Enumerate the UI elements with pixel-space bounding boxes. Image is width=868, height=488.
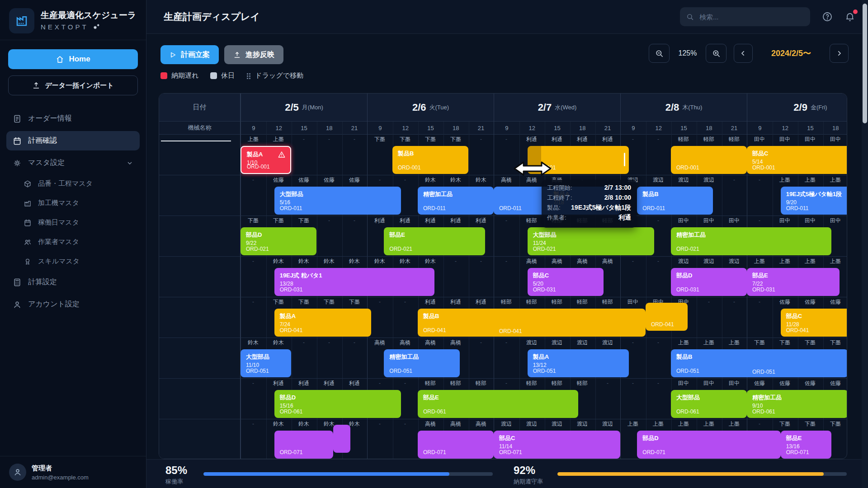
- gantt-bar-ORD-071[interactable]: ORD-071: [418, 431, 494, 459]
- account-footer[interactable]: 管理者 admin@example.com: [0, 456, 146, 488]
- machine-name-cell[interactable]: [159, 257, 240, 297]
- progress-reflect-button[interactable]: 進捗反映: [224, 45, 283, 64]
- gantt-bar-ORD-001[interactable]: 部品C5/14ORD-001: [747, 146, 847, 174]
- gantt-bar-ORD-031[interactable]: 部品E7/22ORD-031: [747, 268, 840, 296]
- gantt-bar-ORD-031[interactable]: 19EJ式 粒バタ113/28ORD-031: [274, 268, 435, 296]
- gantt-bar-ORD-041[interactable]: ORD-041: [646, 303, 688, 331]
- machine-name-cell[interactable]: [159, 419, 240, 459]
- machine-name-cell[interactable]: [159, 297, 240, 338]
- home-button[interactable]: Home: [8, 49, 138, 69]
- scrollbar-thumb[interactable]: [863, 4, 867, 123]
- sidebar-item-作業者マスタ[interactable]: 作業者マスタ: [18, 234, 140, 250]
- gantt-bar-ORD-011[interactable]: 19EJ式5極バタ軸1段9/20ORD-011: [781, 187, 847, 215]
- worker-slot: -: [620, 338, 646, 348]
- sidebar-item-加工機マスタ[interactable]: 加工機マスタ: [18, 195, 140, 211]
- gantt-bar-ORD-001[interactable]: 製品A1/10ORD-001: [241, 146, 291, 174]
- worker-slot: 田中: [722, 379, 747, 389]
- machine-name-cell[interactable]: [159, 135, 240, 175]
- sidebar-item-稼働日マスタ[interactable]: 稼働日マスタ: [18, 214, 140, 231]
- notifications-button[interactable]: [844, 11, 855, 22]
- gantt-bar-ORD-031[interactable]: 部品C5/20ORD-031: [528, 268, 604, 296]
- worker-slot: -: [241, 175, 266, 185]
- gantt-bar-ORD-011[interactable]: 大型部品5/16ORD-011: [274, 187, 401, 215]
- worker-slot: 軽部: [418, 379, 443, 389]
- help-button[interactable]: [822, 11, 833, 22]
- tooltip-label: 作業者:: [547, 214, 566, 222]
- gantt-bar-ORD-071[interactable]: 部品E13/16ORD-071: [781, 431, 831, 459]
- gantt-bar-ORD-061[interactable]: 精密加工品9/10ORD-061: [747, 390, 847, 418]
- bar-product: 部品D: [676, 272, 741, 280]
- bar-order-id: ORD-011: [423, 205, 446, 211]
- gantt-bar-ORD-001[interactable]: ORD-001: [671, 146, 747, 174]
- worker-slot: 利通: [418, 216, 443, 226]
- gantt-bar-ORD-021[interactable]: 精密加工品ORD-021: [671, 227, 831, 255]
- utilization-progress: [203, 472, 493, 476]
- gantt-bar-ORD-041[interactable]: 製品A7/24ORD-041: [274, 309, 372, 337]
- sidebar-item-アカウント設定[interactable]: アカウント設定: [6, 295, 140, 314]
- machine-name-cell[interactable]: [159, 338, 240, 379]
- sidebar-item-マスタ設定[interactable]: マスタ設定: [6, 153, 140, 173]
- machine-name-cell[interactable]: [159, 216, 240, 257]
- gantt-bar-ORD-011[interactable]: 製品BORD-011: [637, 187, 713, 215]
- bar-resize-handle[interactable]: [624, 153, 625, 166]
- gantt-bar-ORD-051[interactable]: 精密加工品ORD-051: [384, 349, 460, 377]
- sidebar-item-計算設定[interactable]: 計算設定: [6, 272, 140, 292]
- tooltip-value: 2/8 10:00: [604, 194, 631, 201]
- worker-slot: 鈴木: [266, 257, 291, 267]
- machine-name-cell[interactable]: [159, 379, 240, 419]
- gantt-bar-ORD-041[interactable]: 製品BORD-041: [418, 309, 646, 337]
- gantt-bar-ORD-031[interactable]: 部品DORD-031: [671, 268, 747, 296]
- gantt-bar-ORD-021[interactable]: 大型部品11/24ORD-021: [528, 227, 654, 255]
- hour-ticks: 912151821: [368, 122, 494, 135]
- bar-order-id: ORD-021: [533, 246, 556, 252]
- gantt-bar-ORD-041[interactable]: 部品C11/28ORD-041: [781, 309, 847, 337]
- worker-slot: -: [342, 135, 367, 145]
- gantt-bar-ORD-021[interactable]: 部品D9/22ORD-021: [241, 227, 316, 255]
- gantt-bar-ORD-061[interactable]: 部品EORD-061: [418, 390, 578, 418]
- worker-slot: 渡辺: [519, 338, 544, 348]
- bar-product: 精密加工品: [752, 394, 843, 402]
- sidebar-item-オーダー情報[interactable]: オーダー情報: [6, 109, 140, 128]
- vertical-scrollbar[interactable]: [862, 0, 868, 488]
- bar-order-id: ORD-061: [423, 408, 446, 415]
- bar-progress-fraction: 11/10: [246, 362, 286, 368]
- bar-progress-fraction: 5/14: [752, 159, 847, 165]
- gantt-bar-ORD-071[interactable]: ORD-071: [274, 431, 334, 459]
- search-input[interactable]: [698, 13, 804, 21]
- gantt-bar-ORD-051[interactable]: 製品A13/12ORD-051: [528, 349, 629, 377]
- worker-slot: 下墨: [823, 338, 847, 348]
- gantt-bar-ORD-061[interactable]: 大型部品ORD-061: [671, 390, 747, 418]
- worker-slot: -: [722, 297, 747, 307]
- gantt-bar[interactable]: [333, 425, 350, 453]
- gantt-bar-ORD-011[interactable]: 精密加工品ORD-011: [418, 187, 494, 215]
- gantt-bar-ORD-051[interactable]: 大型部品11/10ORD-051: [241, 349, 291, 377]
- gantt-bar-ORD-001[interactable]: 製品BORD-001: [392, 146, 468, 174]
- gantt-bar-ORD-061[interactable]: 部品D15/16ORD-061: [274, 390, 401, 418]
- zoom-in-button[interactable]: [706, 44, 726, 63]
- bar-product: 部品D: [642, 434, 775, 442]
- worker-slot: -: [494, 216, 519, 226]
- machine-name-cell[interactable]: [159, 175, 240, 216]
- gantt-bar-ORD-071[interactable]: 部品C11/14ORD-071: [494, 431, 620, 459]
- gantt-bar-ORD-021[interactable]: 部品EORD-021: [384, 227, 485, 255]
- worker-slot: -: [494, 135, 519, 145]
- bar-progress-fraction: 7/22: [752, 281, 834, 287]
- bar-product: 製品A: [280, 312, 366, 320]
- plan-create-button[interactable]: 計画立案: [160, 45, 219, 64]
- search-box[interactable]: [680, 7, 810, 26]
- bar-product: 精密加工品: [389, 353, 454, 361]
- gantt-bar-ORD-071[interactable]: 部品DORD-071: [637, 431, 780, 459]
- worker-slot: -: [291, 338, 316, 348]
- warning-icon: [278, 150, 286, 159]
- sidebar-item-計画確認[interactable]: 計画確認: [6, 131, 140, 150]
- next-week-button[interactable]: [830, 44, 849, 63]
- worker-slot: 渡辺: [544, 419, 570, 429]
- zoom-out-button[interactable]: [649, 44, 670, 63]
- gear-icon: [13, 159, 22, 168]
- sidebar-item-スキルマスタ[interactable]: スキルマスタ: [18, 253, 140, 270]
- worker-slot: -: [620, 135, 646, 145]
- users-icon: [24, 238, 32, 246]
- bulk-import-button[interactable]: データ一括インポート: [8, 75, 138, 95]
- prev-week-button[interactable]: [734, 44, 753, 63]
- sidebar-item-品番・工程マスタ[interactable]: 品番・工程マスタ: [18, 175, 140, 192]
